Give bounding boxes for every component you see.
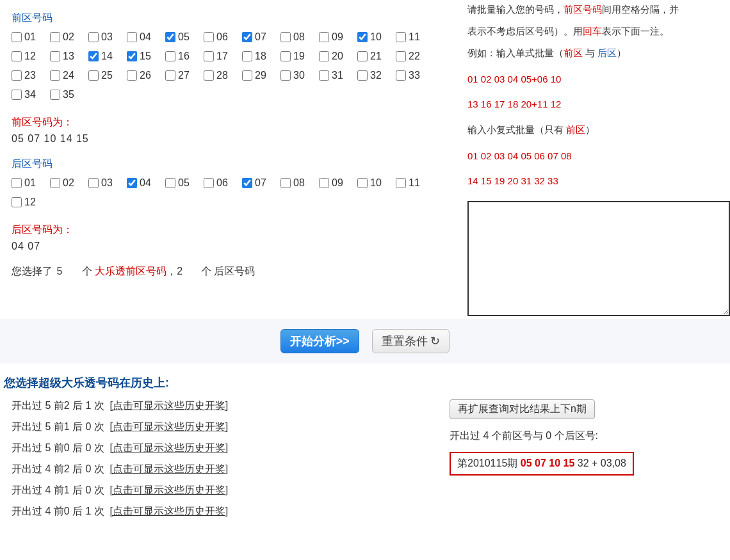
front-checkbox-input-31[interactable] [319, 70, 329, 81]
back-checkbox-input-06[interactable] [204, 178, 214, 188]
front-checkbox-35[interactable]: 35 [50, 89, 88, 100]
front-checkbox-input-27[interactable] [165, 70, 175, 81]
history-show-link[interactable]: [点击可显示这些历史开奖] [110, 400, 228, 411]
front-checkbox-33[interactable]: 33 [396, 70, 434, 81]
analyze-button[interactable]: 开始分析>> [280, 329, 359, 353]
front-checkbox-input-28[interactable] [204, 70, 214, 81]
front-checkbox-input-17[interactable] [204, 51, 214, 61]
front-checkbox-28[interactable]: 28 [204, 70, 242, 81]
front-checkbox-07[interactable]: 07 [242, 31, 280, 43]
front-checkbox-14[interactable]: 14 [88, 51, 127, 62]
front-checkbox-13[interactable]: 13 [50, 51, 88, 62]
back-checkbox-input-11[interactable] [396, 178, 406, 188]
front-checkbox-input-26[interactable] [127, 70, 137, 81]
history-show-link[interactable]: [点击可显示这些历史开奖] [110, 421, 228, 432]
front-checkbox-input-25[interactable] [88, 70, 99, 81]
back-checkbox-11[interactable]: 11 [396, 177, 434, 189]
front-checkbox-input-05[interactable] [165, 32, 175, 42]
front-checkbox-24[interactable]: 24 [50, 70, 88, 81]
history-show-link[interactable]: [点击可显示这些历史开奖] [110, 442, 228, 453]
back-checkbox-09[interactable]: 09 [319, 177, 357, 189]
back-checkbox-06[interactable]: 06 [204, 177, 242, 189]
front-checkbox-01[interactable]: 01 [12, 31, 50, 43]
front-checkbox-input-29[interactable] [242, 70, 252, 81]
front-checkbox-input-21[interactable] [357, 51, 368, 61]
front-checkbox-29[interactable]: 29 [242, 70, 280, 81]
front-checkbox-19[interactable]: 19 [280, 51, 319, 62]
front-checkbox-input-08[interactable] [280, 32, 291, 42]
front-checkbox-input-16[interactable] [165, 51, 175, 61]
back-checkbox-01[interactable]: 01 [12, 177, 50, 189]
front-checkbox-input-14[interactable] [88, 51, 99, 61]
front-checkbox-17[interactable]: 17 [204, 51, 242, 62]
back-checkbox-05[interactable]: 05 [165, 177, 204, 189]
back-checkbox-input-01[interactable] [12, 178, 22, 188]
back-checkbox-04[interactable]: 04 [127, 177, 165, 189]
back-checkbox-03[interactable]: 03 [88, 177, 127, 189]
back-checkbox-08[interactable]: 08 [280, 177, 319, 189]
front-checkbox-input-30[interactable] [280, 70, 291, 81]
front-checkbox-09[interactable]: 09 [319, 31, 357, 43]
front-checkbox-input-06[interactable] [204, 32, 214, 42]
front-checkbox-04[interactable]: 04 [127, 31, 165, 43]
front-checkbox-23[interactable]: 23 [12, 70, 50, 81]
front-checkbox-input-23[interactable] [12, 70, 22, 81]
front-checkbox-input-09[interactable] [319, 32, 329, 42]
front-checkbox-input-32[interactable] [357, 70, 368, 81]
front-checkbox-input-34[interactable] [12, 90, 22, 100]
batch-input-textarea[interactable] [467, 201, 730, 316]
front-checkbox-27[interactable]: 27 [165, 70, 204, 81]
front-checkbox-12[interactable]: 12 [12, 51, 50, 62]
front-checkbox-34[interactable]: 34 [12, 89, 50, 100]
front-checkbox-26[interactable]: 26 [127, 70, 165, 81]
front-checkbox-input-04[interactable] [127, 32, 137, 42]
front-checkbox-11[interactable]: 11 [396, 31, 434, 43]
back-checkbox-02[interactable]: 02 [50, 177, 88, 189]
front-checkbox-input-18[interactable] [242, 51, 252, 61]
front-checkbox-input-11[interactable] [396, 32, 406, 42]
front-checkbox-input-20[interactable] [319, 51, 329, 61]
front-checkbox-input-01[interactable] [12, 32, 22, 42]
front-checkbox-input-15[interactable] [127, 51, 137, 61]
front-checkbox-22[interactable]: 22 [396, 51, 434, 62]
front-checkbox-18[interactable]: 18 [242, 51, 280, 62]
front-checkbox-30[interactable]: 30 [280, 70, 319, 81]
front-checkbox-input-35[interactable] [50, 90, 60, 100]
front-checkbox-input-33[interactable] [396, 70, 406, 81]
history-show-link[interactable]: [点击可显示这些历史开奖] [110, 484, 228, 495]
back-checkbox-10[interactable]: 10 [357, 177, 396, 189]
front-checkbox-21[interactable]: 21 [357, 51, 396, 62]
back-checkbox-07[interactable]: 07 [242, 177, 280, 189]
history-show-link[interactable]: [点击可显示这些历史开奖] [110, 506, 228, 516]
front-checkbox-input-10[interactable] [357, 32, 368, 42]
front-checkbox-05[interactable]: 05 [165, 31, 204, 43]
front-checkbox-input-19[interactable] [280, 51, 291, 61]
back-checkbox-input-05[interactable] [165, 178, 175, 188]
back-checkbox-input-03[interactable] [88, 178, 99, 188]
front-checkbox-02[interactable]: 02 [50, 31, 88, 43]
back-checkbox-input-09[interactable] [319, 178, 329, 188]
front-checkbox-03[interactable]: 03 [88, 31, 127, 43]
back-checkbox-input-12[interactable] [12, 197, 22, 207]
front-checkbox-input-02[interactable] [50, 32, 60, 42]
front-checkbox-08[interactable]: 08 [280, 31, 319, 43]
front-checkbox-31[interactable]: 31 [319, 70, 357, 81]
front-checkbox-input-13[interactable] [50, 51, 60, 61]
front-checkbox-32[interactable]: 32 [357, 70, 396, 81]
back-checkbox-input-08[interactable] [280, 178, 291, 188]
extend-query-button[interactable]: 再扩展查询对比结果上下n期 [450, 399, 595, 419]
back-checkbox-input-04[interactable] [127, 178, 137, 188]
front-checkbox-10[interactable]: 10 [357, 31, 396, 43]
front-checkbox-input-24[interactable] [50, 70, 60, 81]
front-checkbox-25[interactable]: 25 [88, 70, 127, 81]
front-checkbox-15[interactable]: 15 [127, 51, 165, 62]
back-checkbox-input-02[interactable] [50, 178, 60, 188]
front-checkbox-06[interactable]: 06 [204, 31, 242, 43]
back-checkbox-input-10[interactable] [357, 178, 368, 188]
back-checkbox-input-07[interactable] [242, 178, 252, 188]
front-checkbox-input-03[interactable] [88, 32, 99, 42]
front-checkbox-input-12[interactable] [12, 51, 22, 61]
back-checkbox-12[interactable]: 12 [12, 196, 50, 208]
front-checkbox-input-22[interactable] [396, 51, 406, 61]
history-show-link[interactable]: [点击可显示这些历史开奖] [110, 463, 228, 474]
